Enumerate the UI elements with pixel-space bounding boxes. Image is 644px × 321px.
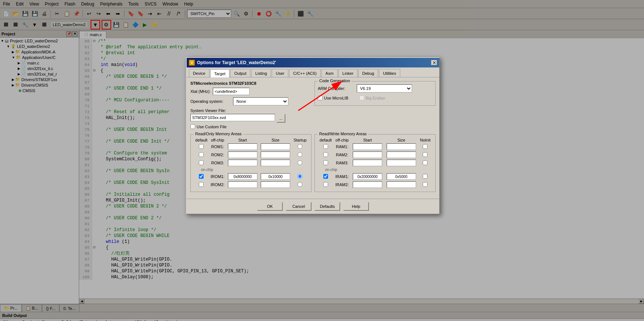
ro-label-irom2: IROM2: <box>209 181 226 189</box>
code-gen-group: Code Generation ARM Compiler: V6.19 Use … <box>314 81 436 106</box>
rw-row-3: RAM3: <box>318 159 432 167</box>
ro-th-default: default <box>194 137 209 143</box>
ro-start-irom2[interactable] <box>228 181 257 188</box>
rw-th-size: Size <box>384 137 418 143</box>
svd-browse-button[interactable]: ... <box>277 114 285 123</box>
ro-start-1[interactable] <box>228 143 257 150</box>
ro-startup-3[interactable] <box>298 160 302 165</box>
rw-size-3[interactable] <box>387 160 416 166</box>
ro-title: Read/Only Memory Areas <box>194 132 243 136</box>
rw-default-iram2[interactable] <box>323 182 328 187</box>
os-row: Operating system: None <box>190 97 312 105</box>
ro-default-3[interactable] <box>199 160 204 165</box>
rw-noinit-1[interactable] <box>423 144 427 149</box>
modal-tab-user[interactable]: User <box>272 69 288 77</box>
tab-output-label: Output <box>234 71 246 76</box>
rw-start-iram2[interactable] <box>353 181 382 188</box>
modal-tab-debug[interactable]: Debug <box>358 69 378 77</box>
tab-cc-label: C/C++ (AC6) <box>293 71 317 76</box>
tab-utilities-label: Utilities <box>383 71 396 76</box>
os-select[interactable]: None <box>233 97 288 105</box>
ro-size-1[interactable] <box>261 143 290 150</box>
rw-row-iram2: IRAM2: <box>318 181 432 189</box>
ro-startup-2[interactable] <box>298 152 302 157</box>
modal-title-text: Options for Target 'LED_waterDemo2' <box>197 60 276 65</box>
modal-left-col: STMicroelectronics STM32F103C8 Xtal (MHz… <box>190 81 312 131</box>
modal-tab-target[interactable]: Target <box>210 69 230 77</box>
ro-start-2[interactable] <box>228 151 257 158</box>
rw-default-iram1[interactable] <box>323 174 328 179</box>
ro-size-irom1[interactable] <box>261 173 290 180</box>
rw-noinit-3[interactable] <box>423 160 427 165</box>
modal-tab-output[interactable]: Output <box>230 69 250 77</box>
rw-default-2[interactable] <box>323 152 328 157</box>
ro-th-start: Start <box>226 137 259 143</box>
defaults-button[interactable]: Defaults <box>314 202 340 211</box>
memory-sections: Read/Only Memory Areas default off-chip … <box>190 134 436 195</box>
modal-tab-cc[interactable]: C/C++ (AC6) <box>289 69 321 77</box>
ro-default-irom2[interactable] <box>199 182 204 187</box>
rw-memory-table: default off-chip Start Size NoInit RAM1: <box>318 137 432 189</box>
ro-start-3[interactable] <box>228 160 257 166</box>
ro-size-3[interactable] <box>261 160 290 166</box>
ro-memory-table: default off-chip Start Size Startup ROM1… <box>194 137 308 189</box>
big-endian-label: Big Endian <box>366 96 385 100</box>
ro-label-2: ROM2: <box>209 151 226 159</box>
device-name: STMicroelectronics STM32F103C8 <box>190 81 312 86</box>
ro-row-1: ROM1: <box>194 143 308 151</box>
modal-tab-utilities[interactable]: Utilities <box>379 69 400 77</box>
cancel-button[interactable]: Cancel <box>286 202 312 211</box>
tab-listing-label: Listing <box>255 71 267 76</box>
ro-default-2[interactable] <box>199 152 204 157</box>
custom-file-checkbox[interactable] <box>190 124 195 129</box>
modal-logo-icon: V <box>189 60 195 66</box>
ro-startup-irom1[interactable] <box>298 174 302 179</box>
rw-size-2[interactable] <box>387 151 416 158</box>
ro-label-1: ROM1: <box>209 143 226 151</box>
rw-label-2: RAM2: <box>334 151 351 159</box>
arm-compiler-select[interactable]: V6.19 <box>357 84 412 93</box>
rw-start-1[interactable] <box>353 143 382 150</box>
code-gen-title: Code Generation <box>318 78 352 83</box>
rw-start-3[interactable] <box>353 160 382 166</box>
ro-label-irom1: IROM1: <box>209 172 226 181</box>
modal-tab-asm[interactable]: Asm <box>321 69 338 77</box>
rw-default-3[interactable] <box>323 160 328 165</box>
microlib-checkbox[interactable] <box>318 95 323 100</box>
rw-size-iram2[interactable] <box>387 181 416 188</box>
ro-size-2[interactable] <box>261 151 290 158</box>
modal-close-button[interactable]: ✕ <box>431 60 437 65</box>
ro-memory-group: Read/Only Memory Areas default off-chip … <box>190 134 312 192</box>
rw-size-iram1[interactable] <box>387 173 416 180</box>
help-button[interactable]: Help <box>343 202 369 211</box>
rw-label-1: RAM1: <box>334 143 351 151</box>
rw-default-1[interactable] <box>323 144 328 149</box>
ro-startup-1[interactable] <box>298 144 302 149</box>
ro-startup-irom2[interactable] <box>298 182 302 187</box>
ro-default-irom1[interactable] <box>199 174 204 179</box>
rw-start-iram1[interactable] <box>353 173 382 180</box>
rw-noinit-iram1[interactable] <box>423 174 427 179</box>
svd-input[interactable] <box>190 114 275 121</box>
rw-size-1[interactable] <box>387 143 416 150</box>
ro-size-irom2[interactable] <box>261 181 290 188</box>
tab-asm-label: Asm <box>325 71 334 76</box>
xtal-input[interactable] <box>213 88 250 95</box>
tab-linker-label: Linker <box>342 71 353 76</box>
modal-tabs: Device Target Output Listing User C/C++ … <box>187 67 439 77</box>
modal-tab-linker[interactable]: Linker <box>338 69 358 77</box>
ro-start-irom1[interactable] <box>228 173 257 180</box>
modal-tab-listing[interactable]: Listing <box>251 69 271 77</box>
big-endian-checkbox[interactable] <box>359 95 364 100</box>
ok-button[interactable]: OK <box>257 202 283 211</box>
rw-noinit-iram2[interactable] <box>423 182 427 187</box>
ro-row-irom1: IROM1: <box>194 172 308 181</box>
rw-row-iram1: IRAM1: <box>318 172 432 181</box>
rw-noinit-2[interactable] <box>423 152 427 157</box>
svd-label: System Viewer File: <box>190 108 312 113</box>
ro-row-3: ROM3: <box>194 159 308 167</box>
rw-th-default: default <box>318 137 334 143</box>
rw-start-2[interactable] <box>353 151 382 158</box>
ro-default-1[interactable] <box>199 144 204 149</box>
modal-tab-device[interactable]: Device <box>189 69 210 77</box>
